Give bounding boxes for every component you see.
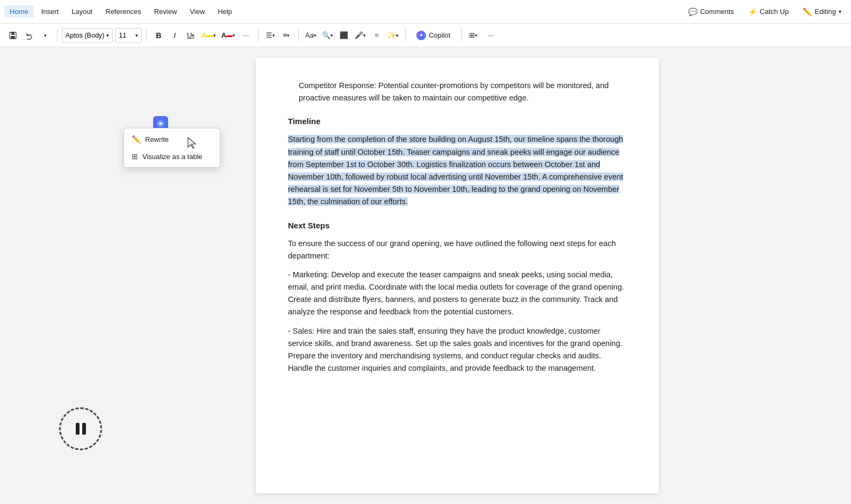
underline-label: U [187,31,192,39]
grid-icon: ⊞ [469,31,475,39]
next-steps-intro: To ensure the success of our grand openi… [288,237,626,262]
quick-access-group: ▾ [5,28,53,43]
rewrite-label: Rewrite [145,135,169,143]
menu-item-insert[interactable]: Insert [36,5,64,18]
competitor-response-text: Competitor Response: Potential counter-p… [299,80,626,104]
font-family-chevron-icon: ▾ [106,33,109,38]
editing-icon: ✏️ [803,8,812,16]
magic-icon: ✨ [387,31,396,39]
sales-paragraph: - Sales: Hire and train the sales staff,… [288,325,626,375]
font-color-button[interactable]: A ▾ [219,28,237,43]
bullet-list-chevron-icon: ▾ [272,33,275,38]
chevron-down-icon: ▾ [44,33,47,38]
accessibility-button[interactable]: ≈ [369,28,384,43]
menu-item-view[interactable]: View [184,5,210,18]
font-family-value: Aptos (Body) [66,32,104,39]
menu-items: Home Insert Layout References Review Vie… [4,5,683,18]
menu-item-home[interactable]: Home [4,5,34,18]
sep4 [298,29,299,42]
catchup-icon: ⚡ [748,8,757,16]
copilot-button[interactable]: ✦ Copilot [410,28,457,42]
number-list-button[interactable]: ≡ ▾ [279,28,294,43]
menu-item-help[interactable]: Help [212,5,237,18]
competitor-response-content: Competitor Response: Potential counter-p… [299,81,609,102]
timeline-paragraph: Starting from the completion of the stor… [288,133,626,208]
timeline-heading: Timeline [288,115,626,128]
view-toggle-button[interactable]: ⊞ ▾ [466,28,481,43]
magic-chevron-icon: ▾ [396,33,399,38]
document-area[interactable]: Competitor Response: Potential counter-p… [171,47,744,504]
dictate-button[interactable]: 🎤 ▾ [352,28,368,43]
pause-button[interactable] [59,407,102,450]
sep3 [258,29,258,42]
microphone-icon: 🎤 [355,31,363,39]
text-direction-icon: Aa [305,31,314,39]
text-dir-chevron-icon: ▾ [314,33,316,38]
menu-item-layout[interactable]: Layout [66,5,98,18]
dictate-chevron-icon: ▾ [363,33,366,38]
menu-item-references[interactable]: References [100,5,146,18]
timeline-highlighted-text: Starting from the completion of the stor… [288,135,623,206]
menu-item-review[interactable]: Review [149,5,183,18]
sep2 [146,29,147,42]
svg-rect-1 [11,32,15,35]
font-color-icon: A [221,31,226,39]
highlight-button[interactable]: A ▾ [199,28,218,43]
more-quick-access[interactable]: ▾ [38,28,53,43]
highlight-chevron-icon: ▾ [213,33,216,38]
next-steps-heading: Next Steps [288,219,626,232]
search-chevron-icon: ▾ [330,33,333,38]
bullet-list-button[interactable]: ☰ ▾ [263,28,278,43]
font-size-dropdown[interactable]: 11 ▾ [115,28,142,43]
copilot-icon: ✦ [416,31,426,40]
search-icon: 🔍 [322,31,330,39]
main-layout: ✏️ Rewrite ⊞ Visualize as a table [0,47,851,504]
text-direction-button[interactable]: Aa ▾ [303,28,319,43]
comments-button[interactable]: 💬 Comments [683,5,739,18]
marketing-paragraph: - Marketing: Develop and execute the tea… [288,269,626,319]
font-family-dropdown[interactable]: Aptos (Body) ▾ [62,28,113,43]
more-formatting-button[interactable]: ··· [239,28,254,43]
table-icon: ⊞ [132,152,138,161]
magic-button[interactable]: ✨ ▾ [385,28,401,43]
svg-rect-2 [11,36,15,39]
list-group: ☰ ▾ ≡ ▾ [263,28,294,43]
undo-button[interactable] [21,28,37,43]
rewrite-icon: ✏️ [132,135,141,143]
right-panel [744,47,851,504]
view-chevron-icon: ▾ [475,33,478,38]
bullet-list-icon: ☰ [266,31,272,39]
font-size-chevron-icon: ▾ [135,33,138,38]
editing-button[interactable]: ✏️ Editing ▾ [797,5,847,18]
editing-label: Editing [814,8,836,16]
screenshot-icon: ⬛ [340,31,348,39]
tools-group: Aa ▾ 🔍 ▾ ⬛ 🎤 ▾ ≈ ✨ ▾ [303,28,401,43]
bold-button[interactable]: B [151,28,166,43]
screenshot-button[interactable]: ⬛ [336,28,351,43]
menu-bar: Home Insert Layout References Review Vie… [0,0,851,24]
sep1 [57,29,57,42]
comment-icon: 💬 [688,8,697,16]
accessibility-icon: ≈ [374,31,378,39]
more-options-button[interactable]: ··· [483,28,498,43]
context-menu-visualize-table[interactable]: ⊞ Visualize as a table [124,148,220,165]
formatting-group: B I U ▾ A ▾ A ▾ ··· [151,28,254,43]
pause-icon [76,423,86,435]
sep6 [461,29,461,42]
number-list-chevron-icon: ▾ [287,33,290,38]
context-menu-rewrite[interactable]: ✏️ Rewrite [124,131,220,148]
underline-button[interactable]: U ▾ [183,28,198,43]
italic-button[interactable]: I [167,28,182,43]
number-list-icon: ≡ [283,31,287,39]
search-button[interactable]: 🔍 ▾ [320,28,335,43]
document-page: Competitor Response: Potential counter-p… [256,58,659,493]
sep5 [405,29,406,42]
menu-right: 💬 Comments ⚡ Catch Up ✏️ Editing ▾ [683,5,847,18]
catchup-label: Catch Up [760,8,789,16]
save-button[interactable] [5,28,20,43]
document-content: Competitor Response: Potential counter-p… [288,80,626,375]
catchup-button[interactable]: ⚡ Catch Up [742,5,794,18]
highlight-icon: A [201,31,206,39]
toolbar: ▾ Aptos (Body) ▾ 11 ▾ B I U ▾ A ▾ A ▾ ··… [0,24,851,47]
left-panel: ✏️ Rewrite ⊞ Visualize as a table [0,47,171,504]
